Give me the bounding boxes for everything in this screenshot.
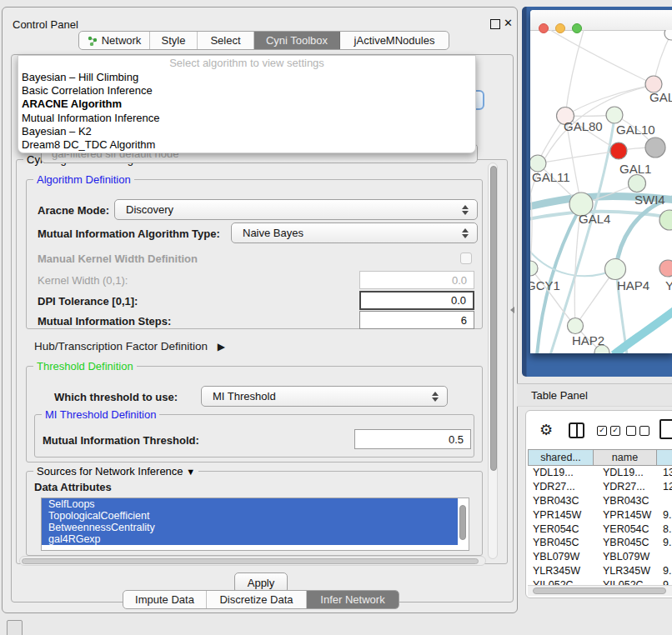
collapse-right-icon: ▶ xyxy=(218,341,225,352)
table-row[interactable]: YDR27...YDR27...12 xyxy=(528,480,672,494)
manual-kernel-label: Manual Kernel Width Definition xyxy=(38,252,198,265)
node-label-gal4: GAL4 xyxy=(579,212,610,226)
node-label-gal11: GAL11 xyxy=(532,170,570,184)
mi-steps-label: Mutual Information Steps: xyxy=(38,315,171,328)
tab-label: Cyni Toolbox xyxy=(266,34,328,47)
bottom-tab-impute-data[interactable]: Impute Data xyxy=(123,591,207,608)
network-node-unlabeled[interactable] xyxy=(664,30,672,40)
hub-definition-toggle[interactable]: Hub/Transcription Factor Definition ▶ xyxy=(34,340,225,352)
sources-title: Sources for Network Inference ▼ xyxy=(33,465,198,478)
tab-jactivemnodules[interactable]: jActiveMNodules xyxy=(340,32,449,49)
manual-kernel-checkbox[interactable] xyxy=(460,252,472,264)
cell: YDR27... xyxy=(593,481,656,492)
attribute-item-gal4rgexp[interactable]: gal4RGexp xyxy=(42,533,458,545)
table-row[interactable]: YER054CYER054C8. xyxy=(528,522,672,536)
column-header-shared[interactable]: shared... xyxy=(528,449,593,466)
close-icon[interactable]: ✕ xyxy=(504,17,513,29)
network-node-gcy1[interactable] xyxy=(530,261,538,276)
network-node-gal1[interactable] xyxy=(610,142,627,159)
tab-label: Discretize Data xyxy=(219,593,293,606)
node-label-hap4: HAP4 xyxy=(617,278,649,292)
table-panel: ⚙ ✓ ✓ shared...name YDL19...YDL19...13YD… xyxy=(525,410,672,598)
table-horizontal-scrollbar[interactable] xyxy=(528,585,672,596)
cell: YBR045C xyxy=(593,537,656,548)
aracne-mode-combo[interactable]: Discovery xyxy=(114,199,478,220)
bottom-tab-discretize-data[interactable]: Discretize Data xyxy=(207,591,307,608)
dpi-tolerance-field[interactable]: 0.0 xyxy=(359,291,474,310)
table-row[interactable]: YBR045CYBR045C9. xyxy=(528,536,672,550)
settings-horizontal-scrollbar[interactable] xyxy=(19,556,486,566)
splitter-collapse-icon[interactable] xyxy=(510,307,514,313)
cell: 9. xyxy=(656,565,672,577)
settings-vertical-scrollbar[interactable] xyxy=(488,162,498,559)
algorithm-option-mutual-information-inference[interactable]: Mutual Information Inference xyxy=(22,111,159,125)
bottom-tab-bar: Impute DataDiscretize DataInfer Network xyxy=(123,590,399,609)
tab-style[interactable]: Style xyxy=(150,32,198,49)
collapse-down-icon[interactable]: ▼ xyxy=(186,467,195,477)
network-edge xyxy=(530,250,616,276)
table-row[interactable]: YBR043CYBR043C xyxy=(528,494,672,508)
table-row[interactable]: YLR345WYLR345W9. xyxy=(528,564,672,578)
which-threshold-label: Which threshold to use: xyxy=(54,391,178,403)
scrollbar-thumb[interactable] xyxy=(490,166,497,471)
dpi-tolerance-label: DPI Tolerance [0,1]: xyxy=(38,295,138,308)
which-threshold-combo[interactable]: MI Threshold xyxy=(201,386,448,407)
node-label-hap2: HAP2 xyxy=(572,333,604,348)
cell: YBR043C xyxy=(528,495,593,507)
columns-icon[interactable] xyxy=(569,422,584,438)
cell: YDL19... xyxy=(528,467,593,478)
node-label-gal1: GAL1 xyxy=(619,162,651,176)
network-window-titlebar[interactable] xyxy=(530,10,672,31)
tab-network[interactable]: Network xyxy=(79,32,150,49)
cell: 8. xyxy=(656,523,672,535)
network-node-gal10[interactable] xyxy=(606,107,623,123)
table-row[interactable]: YBL079WYBL079W xyxy=(528,550,672,564)
show-checked-columns-icon[interactable]: ✓ ✓ xyxy=(597,426,620,436)
node-label-gal80: GAL80 xyxy=(564,119,603,133)
attribute-item-betweennesscentrality[interactable]: BetweennessCentrality xyxy=(42,522,458,533)
list-scrollbar-thumb[interactable] xyxy=(459,505,466,540)
attribute-item-topologicalcoefficient[interactable]: TopologicalCoefficient xyxy=(42,510,458,522)
kernel-width-field[interactable]: 0.0 xyxy=(359,271,474,289)
table-row[interactable]: YPR145WYPR145W9. xyxy=(528,508,672,522)
mi-type-combo[interactable]: Naive Bayes xyxy=(231,222,478,243)
algorithm-option-bayesian-k2[interactable]: Bayesian – K2 xyxy=(22,124,92,138)
node-label-swi4: SWI4 xyxy=(634,192,665,207)
bottom-tab-infer-network[interactable]: Infer Network xyxy=(307,591,399,608)
gear-icon[interactable]: ⚙ xyxy=(539,421,553,439)
float-window-icon[interactable] xyxy=(490,19,500,29)
export-table-icon[interactable] xyxy=(659,419,672,439)
hide-columns-icon[interactable] xyxy=(626,426,649,436)
network-node-hap4[interactable] xyxy=(605,259,626,280)
network-node-hap2[interactable] xyxy=(568,318,584,334)
mi-type-label: Mutual Information Algorithm Type: xyxy=(38,228,220,240)
attribute-item-selfloops[interactable]: SelfLoops xyxy=(42,498,458,510)
network-canvas[interactable]: GAL7GAL80GAL10GAL1GAL11SWI4GAL4GCY1HAP4Y… xyxy=(530,30,672,353)
node-label-y: Y xyxy=(665,278,672,292)
algorithm-option-bayesian-hill-climbing[interactable]: Bayesian – Hill Climbing xyxy=(22,70,138,84)
column-header-item[interactable] xyxy=(656,449,672,466)
cell: YBR043C xyxy=(593,495,656,507)
tab-select[interactable]: Select xyxy=(198,32,254,49)
table-row[interactable]: YDL19...YDL19...13 xyxy=(528,466,672,480)
mi-threshold-field[interactable]: 0.5 xyxy=(354,429,471,449)
aracne-mode-value: Discovery xyxy=(126,203,173,216)
network-node-unlabeled[interactable] xyxy=(659,210,672,230)
algorithm-option-basic-correlation-inference[interactable]: Basic Correlation Inference xyxy=(22,83,153,98)
tab-cyni-toolbox[interactable]: Cyni Toolbox xyxy=(254,32,340,49)
cell: YLR345W xyxy=(593,565,656,577)
tab-label: Network xyxy=(102,34,142,47)
scrollbar-thumb[interactable] xyxy=(533,588,666,594)
algorithm-option-dream8-dc-tdc-algorithm[interactable]: Dream8 DC_TDC Algorithm xyxy=(22,138,155,152)
collapsed-panel-icon[interactable] xyxy=(7,620,23,635)
network-node-gal11[interactable] xyxy=(530,155,546,172)
data-attributes-list[interactable]: SelfLoopsTopologicalCoefficientBetweenne… xyxy=(41,498,469,551)
algorithm-option-aracne-algorithm[interactable]: ARACNE Algorithm xyxy=(22,98,122,112)
mi-steps-field[interactable]: 6 xyxy=(359,311,474,329)
scrollbar-thumb[interactable] xyxy=(22,558,479,564)
network-node-y[interactable] xyxy=(659,260,672,277)
network-node-swi4[interactable] xyxy=(629,175,646,192)
network-node-unlabeled[interactable] xyxy=(645,138,665,158)
cell: YER054C xyxy=(593,523,656,535)
column-header-name[interactable]: name xyxy=(593,449,656,466)
